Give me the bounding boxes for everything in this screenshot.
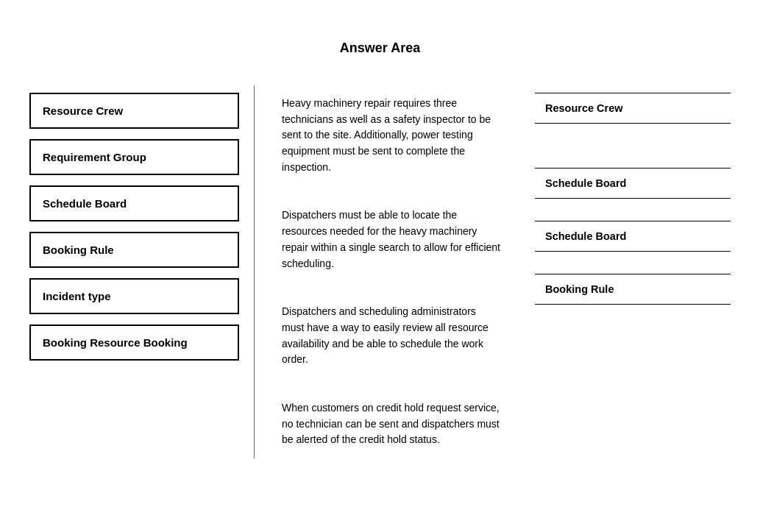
- scenario-4: When customers on credit hold request se…: [269, 390, 514, 458]
- answer-1-label: Resource Crew: [545, 102, 623, 114]
- option-label: Booking Resource Booking: [43, 336, 188, 349]
- middle-column: Heavy machinery repair requires three te…: [255, 85, 528, 458]
- page-title: Answer Area: [0, 0, 760, 85]
- right-column: Resource Crew Schedule Board Schedule Bo…: [528, 85, 731, 458]
- option-label: Incident type: [43, 290, 111, 302]
- scenario-3-text: Dispatchers and scheduling administrator…: [282, 305, 489, 365]
- option-resource-crew[interactable]: Resource Crew: [29, 93, 239, 129]
- answer-slot-3-wrapper: Schedule Board: [535, 221, 731, 252]
- option-label: Schedule Board: [43, 197, 127, 210]
- scenario-2-text: Dispatchers must be able to locate the r…: [282, 209, 500, 269]
- answer-slot-3[interactable]: Schedule Board: [535, 221, 731, 252]
- option-booking-rule[interactable]: Booking Rule: [29, 232, 239, 268]
- option-incident-type[interactable]: Incident type: [29, 278, 239, 314]
- answer-slot-2[interactable]: Schedule Board: [535, 168, 731, 199]
- left-column: Resource Crew Requirement Group Schedule…: [29, 85, 254, 458]
- option-schedule-board[interactable]: Schedule Board: [29, 185, 239, 221]
- option-label: Requirement Group: [43, 151, 146, 163]
- gap-2: [535, 199, 731, 221]
- title-text: Answer Area: [340, 40, 420, 55]
- content-area: Resource Crew Requirement Group Schedule…: [0, 85, 760, 458]
- option-label: Booking Rule: [43, 244, 114, 256]
- scenario-4-text: When customers on credit hold request se…: [282, 402, 500, 445]
- answer-slot-4[interactable]: Booking Rule: [535, 274, 731, 305]
- answer-3-label: Schedule Board: [545, 230, 626, 242]
- answer-slot-4-wrapper: Booking Rule: [535, 274, 731, 305]
- scenario-1: Heavy machinery repair requires three te…: [269, 85, 514, 185]
- gap-3: [535, 252, 731, 274]
- answer-4-label: Booking Rule: [545, 283, 614, 295]
- scenario-3: Dispatchers and scheduling administrator…: [269, 294, 514, 378]
- scenario-2: Dispatchers must be able to locate the r…: [269, 197, 514, 282]
- scenario-1-text: Heavy machinery repair requires three te…: [282, 97, 491, 173]
- answer-2-label: Schedule Board: [545, 177, 626, 189]
- answer-slot-2-wrapper: Schedule Board: [535, 168, 731, 199]
- gap-1: [535, 124, 731, 168]
- answer-slot-1[interactable]: Resource Crew: [535, 93, 731, 124]
- option-label: Resource Crew: [43, 104, 123, 117]
- option-requirement-group[interactable]: Requirement Group: [29, 139, 239, 175]
- option-booking-resource-booking[interactable]: Booking Resource Booking: [29, 324, 239, 361]
- answer-slot-1-wrapper: Resource Crew: [535, 93, 731, 124]
